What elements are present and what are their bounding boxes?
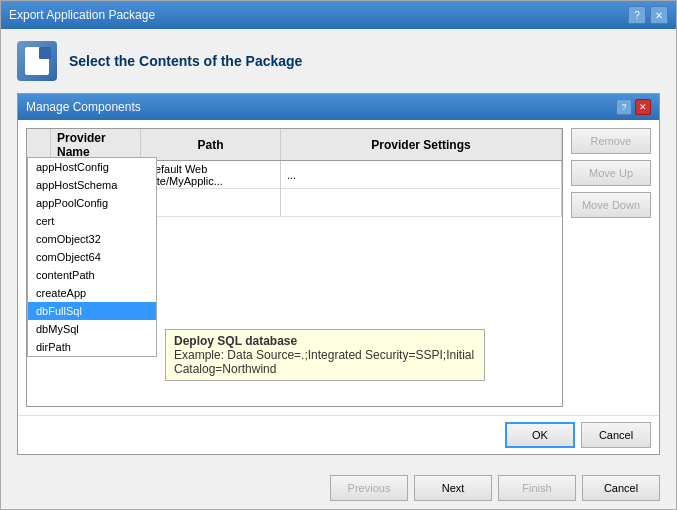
- package-icon: [17, 41, 57, 81]
- outer-dialog-title: Export Application Package: [9, 8, 155, 22]
- th-indicator: [27, 129, 51, 160]
- next-button[interactable]: Next: [414, 475, 492, 501]
- outer-close-button[interactable]: ✕: [650, 6, 668, 24]
- dropdown-item-apphostschema[interactable]: appHostSchema: [28, 176, 156, 194]
- previous-button[interactable]: Previous: [330, 475, 408, 501]
- dropdown-item-comobject32[interactable]: comObject32: [28, 230, 156, 248]
- outer-cancel-button[interactable]: Cancel: [582, 475, 660, 501]
- inner-title-buttons: ? ✕: [616, 99, 651, 115]
- ok-cancel-row: OK Cancel: [18, 415, 659, 454]
- cell-path: Default Web Site/MyApplic...: [141, 161, 281, 188]
- outer-body: Select the Contents of the Package Manag…: [1, 29, 676, 467]
- new-row-path: [141, 189, 281, 216]
- th-path: Path: [141, 129, 281, 160]
- tooltip-title: Deploy SQL database: [174, 334, 476, 348]
- dropdown-item-dirpath[interactable]: dirPath: [28, 338, 156, 356]
- move-up-button[interactable]: Move Up: [571, 160, 651, 186]
- finish-button[interactable]: Finish: [498, 475, 576, 501]
- dropdown-item-createapp[interactable]: createApp: [28, 284, 156, 302]
- dropdown-item-contentpath[interactable]: contentPath: [28, 266, 156, 284]
- inner-title-bar: Manage Components ? ✕: [18, 94, 659, 120]
- dropdown-item-dbfullsql[interactable]: dbFullSql: [28, 302, 156, 320]
- outer-help-button[interactable]: ?: [628, 6, 646, 24]
- th-provider-settings: Provider Settings: [281, 129, 562, 160]
- th-provider-name: Provider Name: [51, 129, 141, 160]
- dropdown-item-apphostconfig[interactable]: appHostConfig: [28, 158, 156, 176]
- inner-help-button[interactable]: ?: [616, 99, 632, 115]
- tooltip-description: Example: Data Source=.;Integrated Securi…: [174, 348, 476, 376]
- dropdown-item-dbmysql[interactable]: dbMySql: [28, 320, 156, 338]
- inner-cancel-button[interactable]: Cancel: [581, 422, 651, 448]
- ok-button[interactable]: OK: [505, 422, 575, 448]
- new-row-settings: [281, 189, 562, 216]
- dropdown-list: appHostConfig appHostSchema appPoolConfi…: [27, 157, 157, 357]
- outer-title-buttons: ? ✕: [628, 6, 668, 24]
- outer-footer: Previous Next Finish Cancel: [1, 467, 676, 509]
- components-table: Provider Name Path Provider Settings iis…: [26, 128, 563, 407]
- inner-dialog-title: Manage Components: [26, 100, 141, 114]
- outer-dialog: Export Application Package ? ✕ Select th…: [0, 0, 677, 510]
- package-title: Select the Contents of the Package: [69, 53, 302, 69]
- inner-dialog: Manage Components ? ✕ Provider Name: [17, 93, 660, 455]
- tooltip: Deploy SQL database Example: Data Source…: [165, 329, 485, 381]
- package-header: Select the Contents of the Package: [17, 41, 660, 81]
- dropdown-item-fcgiextconfig[interactable]: fcgiExtConfig: [28, 356, 156, 357]
- remove-button[interactable]: Remove: [571, 128, 651, 154]
- outer-title-bar: Export Application Package ? ✕: [1, 1, 676, 29]
- move-down-button[interactable]: Move Down: [571, 192, 651, 218]
- side-buttons-panel: Remove Move Up Move Down: [571, 128, 651, 407]
- dropdown-item-apppoolconfig[interactable]: appPoolConfig: [28, 194, 156, 212]
- inner-close-button[interactable]: ✕: [635, 99, 651, 115]
- dropdown-item-comobject64[interactable]: comObject64: [28, 248, 156, 266]
- dropdown-item-cert[interactable]: cert: [28, 212, 156, 230]
- cell-settings: ...: [281, 161, 562, 188]
- inner-content: Provider Name Path Provider Settings iis…: [18, 120, 659, 415]
